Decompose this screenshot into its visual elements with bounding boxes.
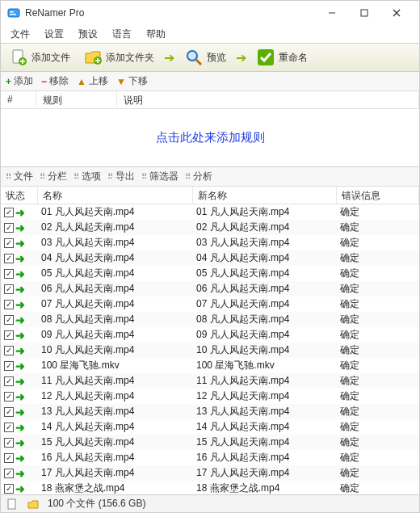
file-row[interactable]: ✓➜14 凡人风起天南.mp414 凡人风起天南.mp4确定	[1, 419, 419, 435]
checkbox[interactable]: ✓	[4, 254, 14, 263]
checkbox[interactable]: ✓	[4, 346, 14, 355]
status-arrow-icon: ➜	[15, 483, 25, 494]
menu-settings[interactable]: 设置	[38, 26, 70, 43]
svg-rect-1	[10, 11, 14, 13]
file-row[interactable]: ✓➜100 星海飞驰.mkv100 星海飞驰.mkv确定	[1, 358, 419, 373]
rules-col-desc[interactable]: 说明	[117, 91, 419, 108]
file-error: 确定	[337, 205, 419, 219]
file-row[interactable]: ✓➜11 凡人风起天南.mp411 凡人风起天南.mp4确定	[1, 373, 419, 389]
col-newname[interactable]: 新名称	[193, 187, 337, 204]
arrow-separator-icon: ➔	[234, 50, 248, 65]
file-row[interactable]: ✓➜06 凡人风起天南.mp406 凡人风起天南.mp4确定	[1, 281, 419, 296]
checkbox[interactable]: ✓	[4, 392, 14, 402]
status-arrow-icon: ➜	[15, 222, 25, 233]
file-error: 确定	[337, 359, 419, 372]
file-error: 确定	[337, 297, 419, 311]
file-row[interactable]: ✓➜02 凡人风起天南.mp402 凡人风起天南.mp4确定	[1, 220, 419, 235]
file-grid-body[interactable]: ✓➜01 凡人风起天南.mp401 凡人风起天南.mp4确定✓➜02 凡人风起天…	[1, 204, 419, 494]
check-icon	[256, 48, 275, 67]
checkbox[interactable]: ✓	[4, 300, 14, 309]
checkbox[interactable]: ✓	[4, 361, 14, 371]
menu-help[interactable]: 帮助	[140, 26, 172, 43]
rule-up-button[interactable]: ▲上移	[77, 74, 108, 88]
checkbox[interactable]: ✓	[4, 208, 14, 217]
folder-icon[interactable]	[27, 498, 40, 511]
files-toolbar: ⠿文件 ⠿分栏 ⠿选项 ⠿导出 ⠿筛选器 ⠿分析	[1, 167, 419, 187]
add-folders-button[interactable]: 添加文件夹	[78, 46, 159, 69]
maximize-button[interactable]	[348, 2, 380, 24]
file-name: 14 凡人风起天南.mp4	[38, 420, 193, 434]
file-row[interactable]: ✓➜08 凡人风起天南.mp408 凡人风起天南.mp4确定	[1, 312, 419, 327]
rules-col-rule[interactable]: 规则	[36, 91, 117, 108]
col-error[interactable]: 错误信息	[337, 187, 419, 204]
file-row[interactable]: ✓➜17 凡人风起天南.mp417 凡人风起天南.mp4确定	[1, 465, 419, 481]
checkbox[interactable]: ✓	[4, 330, 14, 340]
close-button[interactable]	[380, 2, 413, 24]
file-row[interactable]: ✓➜15 凡人风起天南.mp415 凡人风起天南.mp4确定	[1, 435, 419, 450]
checkbox[interactable]: ✓	[4, 376, 14, 386]
file-newname: 18 燕家堡之战.mp4	[193, 481, 337, 494]
file-row[interactable]: ✓➜05 凡人风起天南.mp405 凡人风起天南.mp4确定	[1, 266, 419, 281]
file-row[interactable]: ✓➜18 燕家堡之战.mp418 燕家堡之战.mp4确定	[1, 481, 419, 494]
grip-icon: ⠿	[107, 172, 113, 181]
file-name: 12 凡人风起天南.mp4	[38, 389, 193, 403]
file-row[interactable]: ✓➜12 凡人风起天南.mp412 凡人风起天南.mp4确定	[1, 389, 419, 404]
checkbox[interactable]: ✓	[4, 407, 14, 417]
add-files-button[interactable]: 添加文件	[4, 46, 75, 69]
checkbox[interactable]: ✓	[4, 238, 14, 248]
checkbox[interactable]: ✓	[4, 269, 14, 279]
status-arrow-icon: ➜	[15, 406, 25, 418]
analyze-menu-button[interactable]: ⠿分析	[185, 170, 212, 183]
file-name: 11 凡人风起天南.mp4	[38, 374, 193, 388]
file-newname: 17 凡人风起天南.mp4	[193, 466, 337, 480]
rules-col-num[interactable]: #	[1, 91, 36, 108]
options-menu-button[interactable]: ⠿选项	[74, 170, 101, 183]
checkbox[interactable]: ✓	[4, 469, 14, 478]
filter-menu-button[interactable]: ⠿筛选器	[141, 170, 178, 183]
page-icon[interactable]	[6, 498, 19, 511]
status-arrow-icon: ➜	[15, 345, 25, 356]
file-row[interactable]: ✓➜01 凡人风起天南.mp401 凡人风起天南.mp4确定	[1, 204, 419, 220]
checkbox[interactable]: ✓	[4, 453, 14, 463]
statusbar: 100 个文件 (156.6 GB)	[1, 494, 419, 512]
status-arrow-icon: ➜	[15, 299, 25, 310]
rule-down-button[interactable]: ▼下移	[116, 74, 148, 88]
rules-body[interactable]: 点击此处来添加规则	[1, 109, 419, 167]
export-menu-button[interactable]: ⠿导出	[107, 170, 135, 183]
rules-placeholder[interactable]: 点击此处来添加规则	[156, 130, 265, 145]
svg-rect-0	[8, 9, 19, 17]
file-row[interactable]: ✓➜09 凡人风起天南.mp409 凡人风起天南.mp4确定	[1, 327, 419, 343]
menu-file[interactable]: 文件	[4, 26, 36, 43]
status-arrow-icon: ➜	[15, 238, 25, 249]
checkbox[interactable]: ✓	[4, 484, 14, 494]
preview-button[interactable]: 预览	[179, 46, 231, 69]
file-row[interactable]: ✓➜03 凡人风起天南.mp403 凡人风起天南.mp4确定	[1, 235, 419, 250]
files-menu-button[interactable]: ⠿文件	[6, 170, 33, 183]
file-row[interactable]: ✓➜04 凡人风起天南.mp404 凡人风起天南.mp4确定	[1, 250, 419, 266]
menu-language[interactable]: 语言	[106, 26, 138, 43]
checkbox[interactable]: ✓	[4, 438, 14, 448]
file-newname: 10 凡人风起天南.mp4	[193, 343, 337, 357]
rule-add-button[interactable]: +添加	[6, 74, 33, 88]
file-row[interactable]: ✓➜10 凡人风起天南.mp410 凡人风起天南.mp4确定	[1, 343, 419, 358]
window-title: ReNamer Pro	[25, 7, 316, 19]
rename-label: 重命名	[279, 51, 308, 65]
svg-rect-2	[10, 14, 16, 15]
col-state[interactable]: 状态	[1, 187, 38, 204]
checkbox[interactable]: ✓	[4, 315, 14, 325]
svg-line-15	[196, 60, 201, 65]
file-row[interactable]: ✓➜07 凡人风起天南.mp407 凡人风起天南.mp4确定	[1, 296, 419, 312]
file-row[interactable]: ✓➜16 凡人风起天南.mp416 凡人风起天南.mp4确定	[1, 450, 419, 465]
checkbox[interactable]: ✓	[4, 223, 14, 233]
checkbox[interactable]: ✓	[4, 284, 14, 294]
menu-presets[interactable]: 预设	[72, 26, 104, 43]
rename-button[interactable]: 重命名	[251, 46, 313, 69]
col-name[interactable]: 名称	[38, 187, 193, 204]
checkbox[interactable]: ✓	[4, 423, 14, 432]
columns-menu-button[interactable]: ⠿分栏	[40, 170, 67, 183]
file-error: 确定	[337, 466, 419, 480]
minimize-button[interactable]	[316, 2, 348, 24]
file-row[interactable]: ✓➜13 凡人风起天南.mp413 凡人风起天南.mp4确定	[1, 404, 419, 419]
file-error: 确定	[337, 343, 419, 357]
rule-remove-button[interactable]: −移除	[41, 74, 69, 88]
